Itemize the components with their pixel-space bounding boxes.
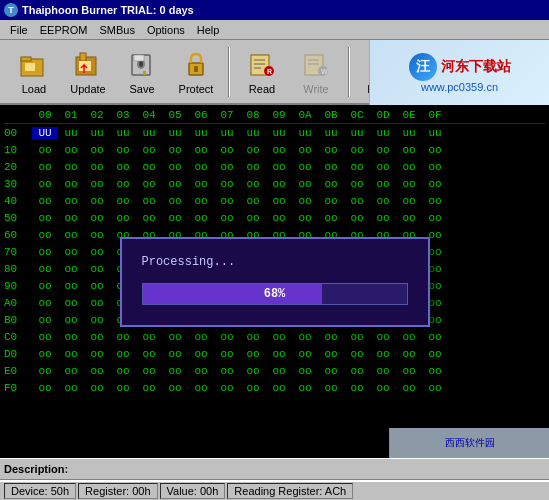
load-icon [18, 49, 50, 81]
status-reading: Reading Register: ACh [227, 483, 353, 499]
progress-fill [143, 284, 323, 304]
progress-bar: 68% [142, 283, 408, 305]
watermark-line2: www.pc0359.cn [421, 81, 498, 93]
watermark-logo: 汪 [409, 53, 437, 81]
save-label: Save [129, 83, 154, 95]
watermark-area: 汪 河东下载站 www.pc0359.cn [369, 40, 549, 105]
update-button[interactable]: Update [62, 47, 114, 97]
svg-rect-12 [194, 66, 198, 72]
toolbar-divider-1 [228, 47, 230, 97]
dialog-overlay: Processing... 68% [0, 105, 549, 458]
read-button[interactable]: R Read [236, 47, 288, 97]
toolbar: Load Update [0, 40, 549, 105]
menu-bar: File EEPROM SMBus Options Help [0, 20, 549, 40]
svg-rect-4 [80, 53, 86, 61]
processing-dialog: Processing... 68% [120, 237, 430, 327]
status-value: Value: 00h [160, 483, 226, 499]
app-window: T Thaiphoon Burner TRIAL: 0 days File EE… [0, 0, 549, 500]
save-icon [126, 49, 158, 81]
menu-eeprom[interactable]: EEPROM [34, 22, 94, 38]
dialog-title: Processing... [142, 255, 408, 269]
read-label: Read [249, 83, 275, 95]
update-icon [72, 49, 104, 81]
write-icon: W [300, 49, 332, 81]
save-button[interactable]: Save [116, 47, 168, 97]
status-bar: Device: 50h Register: 00h Value: 00h Rea… [0, 480, 549, 500]
svg-text:R: R [267, 68, 272, 75]
write-button: W Write [290, 47, 342, 97]
svg-rect-9 [134, 55, 144, 61]
description-label: Description: [4, 463, 68, 475]
protect-label: Protect [179, 83, 214, 95]
read-icon: R [246, 49, 278, 81]
title-bar: T Thaiphoon Burner TRIAL: 0 days [0, 0, 549, 20]
protect-icon [180, 49, 212, 81]
watermark-line1: 河东下载站 [441, 58, 511, 76]
svg-text:W: W [321, 68, 328, 75]
update-label: Update [70, 83, 105, 95]
load-button[interactable]: Load [8, 47, 60, 97]
svg-rect-2 [25, 63, 35, 71]
write-label: Write [303, 83, 328, 95]
load-label: Load [22, 83, 46, 95]
menu-file[interactable]: File [4, 22, 34, 38]
svg-point-8 [139, 61, 143, 67]
toolbar-divider-2 [348, 47, 350, 97]
status-register: Register: 00h [78, 483, 157, 499]
menu-smbus[interactable]: SMBus [93, 22, 140, 38]
description-bar: Description: [0, 458, 549, 480]
svg-rect-10 [143, 71, 146, 75]
menu-options[interactable]: Options [141, 22, 191, 38]
svg-rect-1 [21, 57, 31, 61]
menu-help[interactable]: Help [191, 22, 226, 38]
title-text: Thaiphoon Burner TRIAL: 0 days [22, 4, 194, 16]
protect-button[interactable]: Protect [170, 47, 222, 97]
hex-editor: 西西软件园 00 01 02 03 04 05 06 07 08 09 0A 0… [0, 105, 549, 458]
app-icon: T [4, 3, 18, 17]
status-device: Device: 50h [4, 483, 76, 499]
progress-text: 68% [264, 287, 286, 301]
